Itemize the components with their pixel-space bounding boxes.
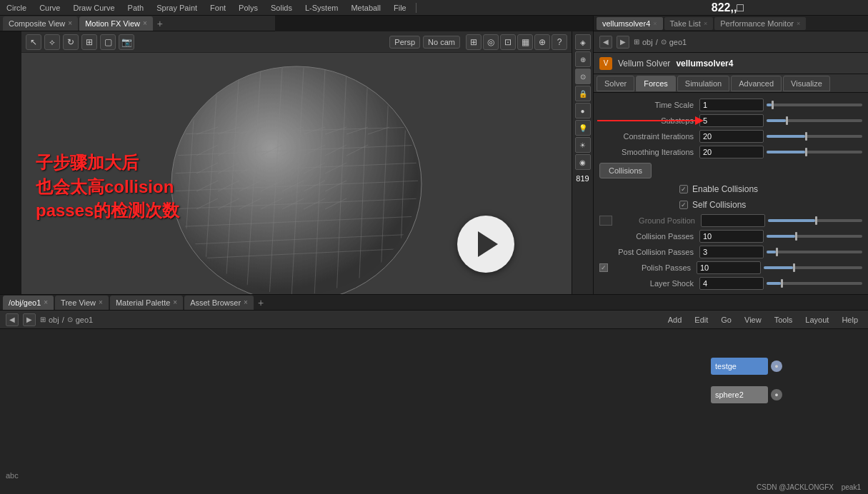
solver-tab-simulation[interactable]: Simulation xyxy=(677,76,729,91)
menu-spray-paint[interactable]: Spray Paint xyxy=(153,2,201,14)
viewport-option-1[interactable]: ⊞ xyxy=(466,34,482,50)
sphere2-node[interactable]: sphere2 ● xyxy=(711,386,782,403)
substeps-slider[interactable] xyxy=(767,119,862,122)
layer-shock-slider[interactable] xyxy=(767,282,862,285)
viewport-right-btn-3[interactable]: ⊙ xyxy=(575,69,591,84)
enable-collisions-checkbox[interactable] xyxy=(679,185,688,193)
viewport-option-5[interactable]: ⊕ xyxy=(534,34,550,50)
layer-shock-input[interactable] xyxy=(699,277,764,290)
viewport-option-4[interactable]: ▦ xyxy=(517,34,533,50)
ground-checkbox[interactable] xyxy=(599,216,612,226)
collision-passes-slider[interactable] xyxy=(767,235,862,238)
tab-take-close[interactable]: × xyxy=(704,20,707,27)
testge-node[interactable]: testge ● xyxy=(711,358,782,375)
tab-motion-fx[interactable]: Motion FX View × xyxy=(79,16,153,31)
bottom-nav-add[interactable]: Add xyxy=(664,314,687,326)
tab-take-list[interactable]: Take List × xyxy=(664,17,714,30)
scale-tool[interactable]: ⊞ xyxy=(81,34,97,50)
frame-tool[interactable]: ▢ xyxy=(100,34,116,50)
polish-passes-input[interactable] xyxy=(697,261,761,274)
tab-perf-close[interactable]: × xyxy=(797,20,800,27)
select-tool-2[interactable]: ⟡ xyxy=(44,34,60,50)
bottom-back-btn[interactable]: ◀ xyxy=(6,313,19,326)
play-button[interactable] xyxy=(457,216,514,273)
tab-motion-fx-close[interactable]: × xyxy=(143,19,147,27)
node-network[interactable]: testge ● sphere2 ● abc CSDN @JACKLONGFX … xyxy=(0,329,868,494)
polish-passes-checkbox[interactable]: ✓ xyxy=(599,263,608,272)
viewport-option-3[interactable]: ⊡ xyxy=(500,34,516,50)
camera-tool[interactable]: 📷 xyxy=(119,34,134,50)
sphere2-node-box[interactable]: sphere2 xyxy=(711,386,768,403)
collisions-button[interactable]: Collisions xyxy=(599,163,652,178)
menu-path[interactable]: Path xyxy=(124,2,148,14)
bottom-nav-help[interactable]: Help xyxy=(837,314,862,326)
solver-forward-btn[interactable]: ▶ xyxy=(617,36,629,49)
tab-obj-close[interactable]: × xyxy=(44,298,48,306)
testge-node-box[interactable]: testge xyxy=(711,358,768,375)
tab-asset-close[interactable]: × xyxy=(244,298,248,306)
solver-tab-solver[interactable]: Solver xyxy=(597,76,634,91)
rotate-tool[interactable]: ↻ xyxy=(63,34,79,50)
select-tool[interactable]: ↖ xyxy=(26,34,41,50)
viewport-right-btn-2[interactable]: ⊕ xyxy=(575,51,591,67)
ground-slider[interactable] xyxy=(768,219,862,222)
viewport-option-2[interactable]: ◎ xyxy=(483,34,499,50)
solver-node-icon: V xyxy=(599,57,612,70)
main-viewport: ↖ ⟡ ↻ ⊞ ▢ 📷 Persp No cam ⊞ ◎ ⊡ ▦ ⊕ ? xyxy=(21,31,572,316)
viewport-right-btn-4[interactable]: 🔒 xyxy=(575,86,591,101)
constraint-iter-slider[interactable] xyxy=(767,135,862,138)
persp-dropdown[interactable]: Persp xyxy=(389,36,420,49)
smoothing-iter-slider[interactable] xyxy=(767,151,862,153)
tab-material-palette[interactable]: Material Palette × xyxy=(110,296,183,310)
bottom-nav-layout[interactable]: Layout xyxy=(801,314,833,326)
bottom-nav-tools[interactable]: Tools xyxy=(770,314,797,326)
viewport-right-btn-7[interactable]: ☀ xyxy=(575,137,591,153)
substeps-input[interactable] xyxy=(699,114,764,127)
menu-solids[interactable]: Solids xyxy=(267,2,296,14)
bottom-tab-add[interactable]: + xyxy=(255,297,266,308)
constraint-iter-input[interactable] xyxy=(699,130,764,143)
viewport-right-btn-6[interactable]: 💡 xyxy=(575,120,591,136)
collision-passes-input[interactable] xyxy=(699,230,764,243)
cam-dropdown[interactable]: No cam xyxy=(423,36,460,49)
bottom-nav-go[interactable]: Go xyxy=(717,314,736,326)
time-scale-slider[interactable] xyxy=(767,104,862,106)
tab-add-button[interactable]: + xyxy=(154,18,166,29)
viewport-right-btn-1[interactable]: ◈ xyxy=(575,34,591,50)
menu-circle[interactable]: Circle xyxy=(3,2,30,14)
viewport-right-btn-8[interactable]: ◉ xyxy=(575,154,591,170)
tab-composite-view[interactable]: Composite View × xyxy=(3,16,78,31)
post-collision-passes-input[interactable] xyxy=(699,246,764,258)
smoothing-iter-thumb xyxy=(805,148,807,156)
tab-material-close[interactable]: × xyxy=(173,298,177,306)
bottom-nav-view[interactable]: View xyxy=(740,314,766,326)
bottom-forward-btn[interactable]: ▶ xyxy=(23,313,36,326)
time-scale-input[interactable] xyxy=(699,99,764,111)
bottom-nav-edit[interactable]: Edit xyxy=(690,314,712,326)
tab-performance-monitor[interactable]: Performance Monitor × xyxy=(714,17,806,30)
tab-composite-close[interactable]: × xyxy=(68,19,72,27)
viewport-right-btn-5[interactable]: ● xyxy=(575,103,591,119)
menu-draw-curve[interactable]: Draw Curve xyxy=(69,2,118,14)
post-collision-passes-slider[interactable] xyxy=(767,251,862,253)
tab-tree-view[interactable]: Tree View × xyxy=(55,296,109,310)
viewport-help[interactable]: ? xyxy=(552,34,567,50)
menu-curve[interactable]: Curve xyxy=(36,2,64,14)
menu-file[interactable]: File xyxy=(390,2,410,14)
tab-vellum-close[interactable]: × xyxy=(653,20,657,27)
solver-back-btn[interactable]: ◀ xyxy=(599,36,612,49)
tab-asset-browser[interactable]: Asset Browser × xyxy=(184,296,254,310)
menu-metaball[interactable]: Metaball xyxy=(347,2,384,14)
polish-passes-slider[interactable] xyxy=(764,266,862,269)
tab-obj-geo1[interactable]: /obj/geo1 × xyxy=(3,296,54,310)
solver-tab-visualize[interactable]: Visualize xyxy=(783,76,830,91)
tab-vellumsolver4[interactable]: vellumsolver4 × xyxy=(597,17,663,30)
solver-tab-advanced[interactable]: Advanced xyxy=(731,76,782,91)
tab-tree-close[interactable]: × xyxy=(99,298,103,306)
solver-tab-forces[interactable]: Forces xyxy=(636,76,676,91)
smoothing-iter-input[interactable] xyxy=(699,146,764,158)
self-collisions-checkbox[interactable] xyxy=(679,201,688,209)
menu-font[interactable]: Font xyxy=(206,2,229,14)
menu-poly[interactable]: Polys xyxy=(235,2,261,14)
menu-lsystem[interactable]: L-System xyxy=(301,2,341,14)
